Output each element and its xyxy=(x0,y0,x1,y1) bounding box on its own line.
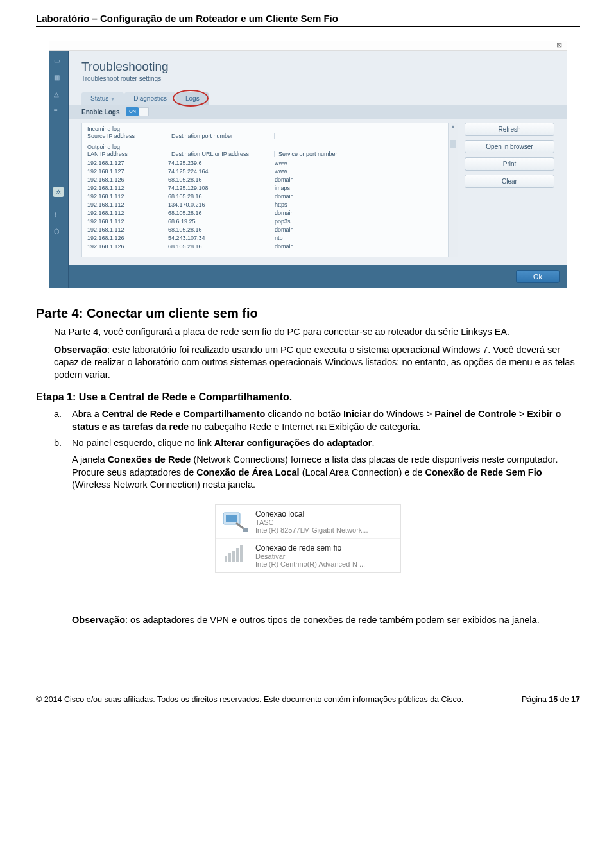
wifi-icon[interactable]: ⌇ xyxy=(54,211,63,219)
t: do Windows > xyxy=(371,409,435,419)
enable-logs-toggle[interactable]: ON xyxy=(126,107,149,116)
outgoing-h3: Service or port number xyxy=(275,151,338,157)
step-b: b. No painel esquerdo, clique no link Al… xyxy=(54,437,580,450)
t: Abra a xyxy=(72,409,102,419)
router-footer: Ok xyxy=(69,265,567,288)
ok-button[interactable]: Ok xyxy=(516,270,560,283)
scroll-up-icon[interactable]: ▲ xyxy=(449,123,458,131)
conn-wireless[interactable]: Conexão de rede sem fio Desativar Intel(… xyxy=(216,538,400,572)
t: Conexão de Área Local xyxy=(196,467,299,477)
scrollbar[interactable]: ▲ xyxy=(448,123,458,257)
fr-de: de xyxy=(558,695,571,704)
list-icon[interactable]: ≡ xyxy=(54,107,63,115)
wireless-icon xyxy=(221,543,249,569)
t: Conexões de Rede xyxy=(108,454,191,465)
enable-logs-label: Enable Logs xyxy=(81,108,119,116)
log-row: 192.168.1.11268.105.28.16domain xyxy=(87,226,452,234)
svg-rect-3 xyxy=(225,556,227,562)
log-row: 192.168.1.112134.170.0.216https xyxy=(87,201,452,209)
doc-header: Laboratório – Configuração de um Roteado… xyxy=(36,13,580,27)
observation-1: Observação: este laboratório foi realiza… xyxy=(36,344,580,382)
conn-local-net: TASC xyxy=(255,519,368,526)
footer-right: Página 15 de 17 xyxy=(522,695,580,704)
log-row: 192.168.1.11268.6.19.25pop3s xyxy=(87,218,452,226)
fr-n: 15 xyxy=(549,695,558,704)
conn-wireless-status: Desativar xyxy=(255,553,365,560)
etapa1-heading: Etapa 1: Use a Central de Rede e Compart… xyxy=(36,391,580,403)
svg-rect-4 xyxy=(228,553,231,562)
logs-panel: Incoming log Source IP address Destinati… xyxy=(81,123,458,257)
part4-intro: Na Parte 4, você configurará a placa de … xyxy=(36,326,580,339)
refresh-button[interactable]: Refresh xyxy=(465,123,554,136)
chevron-down-icon: ▼ xyxy=(110,97,115,101)
t: Conexão de Rede Sem Fio xyxy=(425,467,542,477)
alert-icon[interactable]: △ xyxy=(54,90,63,98)
clear-button[interactable]: Clear xyxy=(465,175,554,188)
step-a: a. Abra a Central de Rede e Compartilham… xyxy=(54,408,580,433)
print-button[interactable]: Print xyxy=(465,157,554,171)
t: Iniciar xyxy=(343,409,371,419)
tab-logs-label: Logs xyxy=(185,95,200,102)
log-row: 192.168.1.12668.105.28.16domain xyxy=(87,176,452,184)
t: No painel esquerdo, clique no link xyxy=(72,438,214,448)
page-title: Troubleshooting xyxy=(81,60,554,74)
doc-footer: © 2014 Cisco e/ou suas afiliadas. Todos … xyxy=(36,691,580,704)
conn-wireless-adapter: Intel(R) Centrino(R) Advanced-N ... xyxy=(255,560,365,568)
tab-status[interactable]: Status▼ xyxy=(81,92,124,105)
close-icon[interactable]: ⊠ xyxy=(556,41,562,49)
tab-diagnostics[interactable]: Diagnostics xyxy=(124,92,176,105)
obs2-prefix: Observação xyxy=(72,615,125,625)
observation-2: Observação: os adaptadores de VPN e outr… xyxy=(72,614,580,627)
step-b-marker: b. xyxy=(54,437,72,450)
shield-icon[interactable]: ⬡ xyxy=(54,228,63,236)
log-row: 192.168.1.11268.105.28.16domain xyxy=(87,209,452,218)
tab-logs[interactable]: Logs xyxy=(176,92,209,105)
footer-left: © 2014 Cisco e/ou suas afiliadas. Todos … xyxy=(36,695,463,704)
conn-local-title: Conexão local xyxy=(255,510,368,519)
toggle-knob xyxy=(139,107,149,116)
t: . xyxy=(372,438,374,448)
svg-rect-7 xyxy=(240,545,243,562)
obs1-prefix: Observação xyxy=(54,345,107,355)
dashboard-icon[interactable]: ▭ xyxy=(54,57,63,65)
open-browser-button[interactable]: Open in browser xyxy=(465,140,554,153)
t: (Local Area Connection) e de xyxy=(300,467,425,477)
step-a-marker: a. xyxy=(54,408,72,433)
log-row: 192.168.1.12654.243.107.34ntp xyxy=(87,234,452,243)
svg-rect-1 xyxy=(226,515,237,522)
conn-wireless-title: Conexão de rede sem fio xyxy=(255,544,365,553)
conn-local-adapter: Intel(R) 82577LM Gigabit Network... xyxy=(255,526,368,534)
outgoing-h1: LAN IP address xyxy=(87,151,167,157)
t: Painel de Controle xyxy=(434,409,516,419)
svg-rect-6 xyxy=(236,548,239,562)
conn-local[interactable]: Conexão local TASC Intel(R) 82577LM Giga… xyxy=(216,505,400,538)
calendar-icon[interactable]: ▦ xyxy=(54,74,63,82)
network-connections-screenshot: Conexão local TASC Intel(R) 82577LM Giga… xyxy=(215,504,401,573)
scroll-thumb[interactable] xyxy=(450,140,456,148)
outgoing-log-label: Outgoing log xyxy=(87,144,452,150)
t: Central de Rede e Compartilhamento xyxy=(102,409,266,419)
router-screenshot: ⊠ ▭ ▦ △ ≡ ✲ ⌇ ⬡ Troubleshooting Troubles… xyxy=(49,41,567,288)
log-row: 192.168.1.12774.125.239.6www xyxy=(87,159,452,167)
log-row: 192.168.1.11268.105.28.16domain xyxy=(87,193,452,201)
t: Alterar configurações do adaptador xyxy=(214,438,372,448)
outgoing-h2: Destination URL or IP address xyxy=(167,151,275,157)
page-subtitle: Troubleshoot router settings xyxy=(81,75,554,82)
t: (Wireless Network Connection) nesta jane… xyxy=(72,479,255,490)
router-sidebar: ▭ ▦ △ ≡ ✲ ⌇ ⬡ xyxy=(49,51,69,288)
log-row: 192.168.1.12668.105.28.16domain xyxy=(87,243,452,251)
incoming-h1: Source IP address xyxy=(87,133,167,139)
log-row: 192.168.1.11274.125.129.108imaps xyxy=(87,184,452,193)
fr-t: 17 xyxy=(571,695,580,704)
t: > xyxy=(517,409,527,419)
t: A janela xyxy=(72,454,108,465)
fr-p: Página xyxy=(522,695,549,704)
t: clicando no botão xyxy=(265,409,343,419)
step-b-sub: A janela Conexões de Rede (Network Conne… xyxy=(72,454,580,492)
log-row: 192.168.1.12774.125.224.164www xyxy=(87,167,452,176)
gear-icon[interactable]: ✲ xyxy=(53,187,64,197)
obs1-text: : este laboratório foi realizado usando … xyxy=(54,345,575,380)
toggle-on-label: ON xyxy=(126,107,139,116)
ethernet-icon xyxy=(221,509,249,535)
part4-heading: Parte 4: Conectar um cliente sem fio xyxy=(36,306,580,321)
